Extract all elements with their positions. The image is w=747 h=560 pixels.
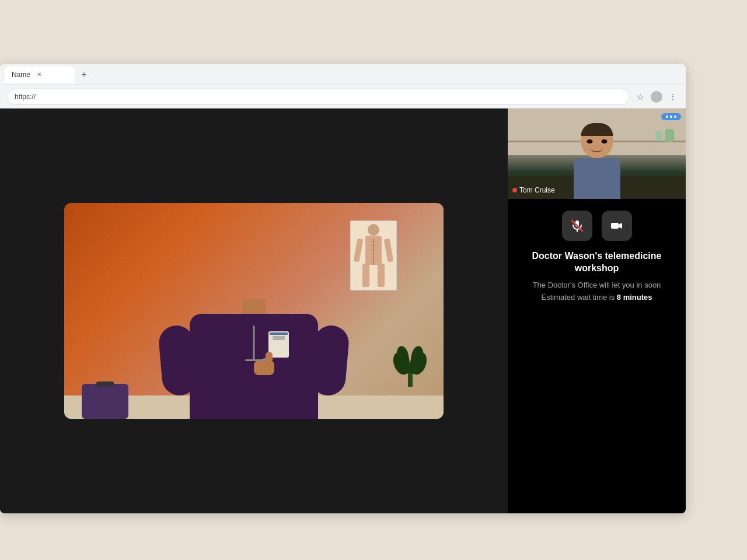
muted-indicator [512,188,517,192]
camera-icon [610,219,624,233]
patient-video-thumbnail: Tom Cruise [508,108,686,199]
new-tab-button[interactable]: + [77,68,91,82]
wait-time-prefix: Estimated wait time is [541,293,616,302]
browser-content: Tom Cruise [0,108,686,513]
wait-time-value: 8 minutes [617,293,652,302]
patient-hair [581,123,613,136]
right-panel: Tom Cruise [508,108,686,513]
dot3 [674,116,676,118]
browser-titlebar: Name ✕ + [0,64,686,85]
plant [394,343,426,396]
left-video-panel [0,108,508,513]
bookmark-icon[interactable]: ☆ [634,91,646,103]
patient-head [581,123,613,158]
profile-icon[interactable] [651,91,662,103]
workshop-title: Doctor Wason's telemedicine workshop [519,250,674,275]
svg-rect-3 [611,223,619,229]
browser-window: Name ✕ + https:// ☆ ⋮ [0,64,686,513]
waiting-text-line1: The Doctor's Office will let you in soon [519,281,674,289]
patient-name-label: Tom Cruise [512,186,555,194]
microphone-muted-icon [570,219,584,233]
clipboard [82,384,128,419]
anatomy-poster [350,220,397,290]
controls-row [562,199,632,250]
patient-name-text: Tom Cruise [519,186,555,194]
waiting-text-line2: Estimated wait time is 8 minutes [519,293,674,302]
browser-tab[interactable]: Name ✕ [5,66,75,83]
browser-toolbar: https:// ☆ ⋮ [0,85,686,108]
camera-button[interactable] [602,211,632,241]
address-bar[interactable]: https:// [7,89,630,105]
doctor-torso [178,314,330,419]
patient-body [574,158,620,199]
toolbar-icons: ☆ ⋮ [634,91,679,103]
dot1 [666,116,668,118]
doctor-video [64,203,444,419]
mic-button[interactable] [562,211,592,241]
url-text: https:// [15,93,36,101]
menu-icon[interactable]: ⋮ [667,91,679,103]
dot2 [670,116,672,118]
info-section: Doctor Wason's telemedicine workshop The… [508,250,686,302]
three-dots-button[interactable] [661,113,681,120]
tab-area: Name ✕ + [5,64,681,85]
tab-close-button[interactable]: ✕ [35,71,43,79]
patient-person [562,123,632,199]
tab-title: Name [12,71,30,79]
